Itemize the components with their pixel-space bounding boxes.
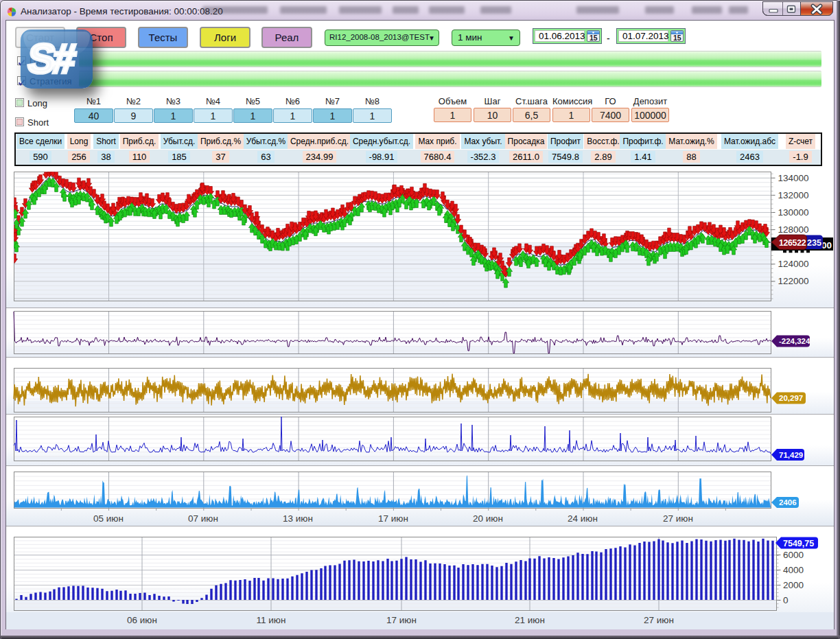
svg-text:00: 00: [821, 240, 832, 251]
svg-text:S#: S#: [25, 35, 78, 82]
svg-text:20,297: 20,297: [779, 394, 803, 402]
svg-text:71,429: 71,429: [779, 451, 803, 459]
svg-text:134000: 134000: [778, 173, 809, 183]
svg-text:4000: 4000: [783, 565, 804, 575]
svg-text:130000: 130000: [778, 207, 809, 218]
svg-text:0: 0: [783, 595, 789, 605]
svg-text:7549,75: 7549,75: [783, 539, 814, 548]
svg-text:132000: 132000: [778, 190, 809, 200]
svg-text:122000: 122000: [778, 276, 809, 286]
svg-text:124000: 124000: [778, 259, 809, 269]
svg-text:235: 235: [807, 238, 821, 248]
svg-text:-224,324: -224,324: [779, 337, 810, 345]
svg-text:15: 15: [673, 34, 681, 42]
svg-text:128000: 128000: [778, 224, 809, 235]
svg-text:2000: 2000: [783, 580, 804, 590]
svg-text:2406: 2406: [779, 498, 797, 507]
svg-text:15: 15: [590, 34, 598, 42]
svg-text:6000: 6000: [783, 550, 804, 560]
svg-text:126522: 126522: [779, 238, 806, 248]
